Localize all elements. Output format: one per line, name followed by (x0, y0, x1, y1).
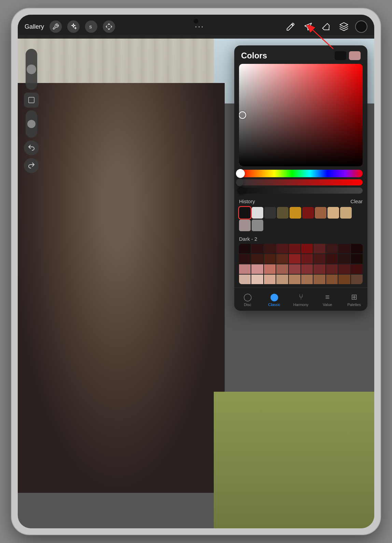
palette-cell-38[interactable] (338, 275, 350, 284)
palettes-tab-icon: ⊞ (351, 293, 357, 302)
camera-notch (194, 19, 198, 24)
classic-tab-icon: ⬤ (270, 293, 279, 302)
selection-button[interactable]: S (85, 20, 97, 33)
palette-cell-2[interactable] (264, 244, 276, 253)
palette-cell-35[interactable] (301, 275, 313, 284)
alpha-slider-thumb[interactable] (236, 179, 243, 186)
previous-color-swatch[interactable] (349, 51, 361, 60)
history-swatch-7[interactable] (327, 207, 339, 219)
palette-cell-31[interactable] (251, 275, 263, 284)
palette-cell-22[interactable] (264, 264, 276, 274)
undo-button[interactable] (24, 140, 39, 155)
palette-cell-30[interactable] (239, 275, 251, 284)
history-label: History (239, 198, 255, 204)
palette-cell-4[interactable] (289, 244, 300, 253)
eraser-tool-button[interactable] (320, 20, 333, 33)
palette-cell-13[interactable] (276, 254, 288, 264)
palette-cell-19[interactable] (351, 254, 363, 264)
brush-tool-button[interactable] (284, 20, 297, 33)
palette-cell-29[interactable] (351, 264, 363, 274)
transform-button[interactable] (103, 20, 115, 33)
palette-cell-26[interactable] (313, 264, 325, 274)
brush-size-slider[interactable] (26, 49, 37, 90)
magic-wand-button[interactable] (67, 20, 80, 33)
palette-cell-32[interactable] (264, 275, 276, 284)
history-swatch-0[interactable] (239, 207, 251, 219)
history-swatch-2[interactable] (264, 207, 276, 219)
palette-cell-24[interactable] (289, 264, 300, 274)
history-swatch-5[interactable] (302, 207, 314, 219)
palette-cell-5[interactable] (301, 244, 313, 253)
palette-cell-20[interactable] (239, 264, 251, 274)
brush-size-thumb[interactable] (27, 65, 36, 74)
wrench-button[interactable] (50, 20, 62, 33)
history-swatch-10[interactable] (252, 220, 263, 231)
palette-cell-1[interactable] (251, 244, 263, 253)
current-color-swatch[interactable] (335, 51, 346, 60)
tab-palettes[interactable]: ⊞ Palettes (341, 291, 367, 308)
palette-cell-34[interactable] (289, 275, 300, 284)
square-tool-button[interactable] (24, 93, 39, 108)
disc-tab-icon: ◯ (243, 293, 252, 302)
opacity-slider[interactable] (26, 110, 37, 138)
tab-harmony[interactable]: ⑂ Harmony (288, 291, 314, 308)
palette-cell-15[interactable] (301, 254, 313, 264)
palette-cell-3[interactable] (276, 244, 288, 253)
disc-tab-label: Disc (244, 303, 251, 307)
hue-slider[interactable] (239, 170, 363, 177)
color-selector-button[interactable] (355, 20, 367, 33)
history-swatch-9[interactable] (239, 220, 251, 231)
palette-cell-25[interactable] (301, 264, 313, 274)
history-swatch-4[interactable] (290, 207, 301, 219)
toolbar-right (284, 20, 367, 33)
history-swatch-1[interactable] (252, 207, 263, 219)
palette-cell-7[interactable] (326, 244, 338, 253)
palettes-tab-label: Palettes (347, 303, 361, 307)
palette-cell-16[interactable] (313, 254, 325, 264)
palette-grid (239, 244, 363, 284)
palette-cell-18[interactable] (338, 254, 350, 264)
opacity-thumb[interactable] (27, 120, 36, 128)
value-tab-label: Value (323, 303, 332, 307)
palette-cell-39[interactable] (351, 275, 363, 284)
palette-cell-23[interactable] (276, 264, 288, 274)
color-gradient-picker[interactable] (239, 64, 363, 166)
palette-cell-10[interactable] (239, 254, 251, 264)
palette-cell-14[interactable] (289, 254, 300, 264)
palette-cell-17[interactable] (326, 254, 338, 264)
tab-classic[interactable]: ⬤ Classic (261, 291, 288, 308)
history-swatch-8[interactable] (340, 207, 352, 219)
palette-cell-37[interactable] (326, 275, 338, 284)
smudge-tool-button[interactable] (302, 20, 315, 33)
top-toolbar: Gallery S ··· (18, 15, 374, 39)
palette-cell-0[interactable] (239, 244, 251, 253)
palette-cell-21[interactable] (251, 264, 263, 274)
clear-history-button[interactable]: Clear (350, 198, 363, 204)
history-swatches (239, 207, 363, 231)
palette-cell-33[interactable] (276, 275, 288, 284)
palette-cell-12[interactable] (264, 254, 276, 264)
palette-cell-9[interactable] (351, 244, 363, 253)
palette-cell-28[interactable] (338, 264, 350, 274)
ipad-screen: Gallery S ··· (18, 15, 374, 528)
palette-cell-8[interactable] (338, 244, 350, 253)
palette-cell-6[interactable] (313, 244, 325, 253)
dark-slider[interactable] (239, 187, 363, 194)
palette-cell-27[interactable] (326, 264, 338, 274)
redo-button[interactable] (24, 158, 39, 173)
palette-cell-11[interactable] (251, 254, 263, 264)
hue-slider-thumb[interactable] (236, 169, 245, 178)
alpha-slider[interactable] (239, 179, 363, 185)
tab-disc[interactable]: ◯ Disc (234, 291, 261, 308)
gradient-overlay (239, 64, 363, 166)
history-swatch-3[interactable] (277, 207, 289, 219)
tab-value[interactable]: ≡ Value (314, 291, 341, 308)
svg-rect-1 (28, 97, 34, 103)
layers-button[interactable] (337, 20, 350, 33)
gallery-button[interactable]: Gallery (25, 23, 44, 30)
left-sidebar (22, 49, 41, 173)
history-swatch-6[interactable] (315, 207, 326, 219)
hue-slider-container (239, 170, 363, 177)
palette-cell-36[interactable] (313, 275, 325, 284)
dark-slider-thumb[interactable] (237, 187, 245, 194)
